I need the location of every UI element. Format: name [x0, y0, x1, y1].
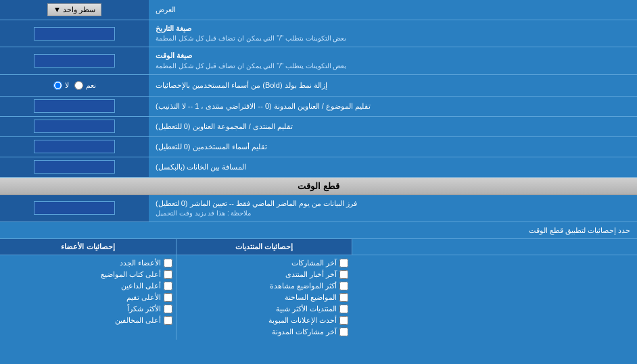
- mode-dropdown[interactable]: سطر واحد ▼: [47, 3, 101, 16]
- stat-most-viewed[interactable]: أكثر المواضيع مشاهدة: [180, 280, 348, 292]
- stat-last-blog-posts[interactable]: آخر مشاركات المدونة: [180, 326, 348, 338]
- member-top-writers[interactable]: أعلى كتاب المواضيع: [3, 269, 172, 280]
- time-format-label: صيغة الوقت: [156, 51, 192, 61]
- date-format-label: صيغة التاريخ: [156, 24, 191, 34]
- topic-order-label: تقليم الموضوع / العناوين المدونة (0 -- ا…: [156, 101, 371, 111]
- username-order-input[interactable]: 0: [34, 140, 115, 153]
- cutoff-input[interactable]: 0: [34, 201, 115, 215]
- forum-order-label: تقليم المنتدى / المجموعة العناوين (0 للت…: [156, 122, 293, 132]
- date-format-desc: بعض التكوينات يتطلب "/" التي يمكن ان تضا…: [156, 34, 346, 43]
- stat-latest-ads[interactable]: أحدث الإعلانات المبوبة: [180, 315, 348, 326]
- topic-order-input[interactable]: 33: [34, 99, 115, 113]
- limit-label: حدد إحصائيات لتطبيق قطع الوقت: [7, 226, 630, 235]
- display-title: العرض: [156, 5, 176, 15]
- bold-label: إزالة نمط بولد (Bold) من أسماء المستخدمي…: [156, 80, 327, 90]
- time-format-input[interactable]: H:i: [34, 54, 115, 68]
- member-most-thanked[interactable]: الأكثر شكراً: [3, 303, 172, 315]
- member-top-inviters[interactable]: أعلى الداعين: [3, 280, 172, 292]
- username-order-label: تقليم أسماء المستخدمين (0 للتعطيل): [156, 142, 267, 152]
- cutoff-note: ملاحظة : هذا قد يزيد وقت التحميل: [156, 209, 251, 218]
- bold-no-label: لا: [65, 81, 69, 90]
- stat-last-news[interactable]: آخر أخبار المنتدى: [180, 269, 348, 280]
- stat-hot-topics[interactable]: المواضيع الساخنة: [180, 292, 348, 303]
- cutoff-section-header: قطع الوقت: [0, 178, 637, 195]
- bold-yes-label: نعم: [86, 81, 96, 90]
- member-top-rated[interactable]: الأعلى تقيم: [3, 292, 172, 303]
- bold-no-radio[interactable]: [53, 81, 62, 90]
- column-gap-input[interactable]: 2: [34, 160, 115, 174]
- mode-dropdown-label: سطر واحد: [63, 5, 95, 14]
- forum-order-input[interactable]: 33: [34, 120, 115, 133]
- stat-most-similar[interactable]: المنتديات الأكثر شبية: [180, 303, 348, 315]
- column-gap-label: المسافة بين الخانات (بالبكسل): [156, 162, 247, 172]
- members-header: إحصائيات الأعضاء: [61, 242, 114, 251]
- bold-yes-radio[interactable]: [74, 81, 83, 90]
- stat-last-posts[interactable]: آخر المشاركات: [180, 257, 348, 269]
- time-format-desc: بعض التكوينات يتطلب "/" التي يمكن ان تضا…: [156, 61, 346, 71]
- stats-header: إحصائيات المنتديات: [235, 242, 293, 251]
- date-format-input[interactable]: d-m: [34, 27, 115, 41]
- member-top-violators[interactable]: أعلى المخالفين: [3, 315, 172, 326]
- member-new[interactable]: الأعضاء الجدد: [3, 257, 172, 269]
- cutoff-label: فرز البيانات من يوم الماضر الماضي فقط --…: [156, 199, 357, 209]
